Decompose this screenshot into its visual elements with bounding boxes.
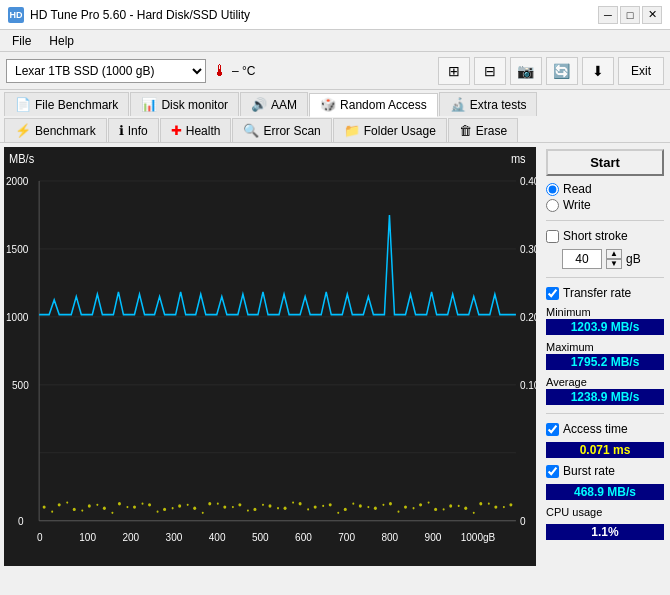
- tab-error-scan[interactable]: 🔍 Error Scan: [232, 118, 331, 142]
- average-label: Average: [546, 376, 664, 388]
- menubar: File Help: [0, 30, 670, 52]
- svg-point-54: [374, 507, 377, 510]
- svg-point-46: [253, 508, 256, 511]
- transfer-rate-checkbox-label[interactable]: Transfer rate: [546, 286, 664, 300]
- nav-tabs-row2: ⚡ Benchmark ℹ Info ✚ Health 🔍 Error Scan…: [0, 116, 670, 143]
- svg-point-94: [503, 506, 505, 508]
- tab-extra-tests[interactable]: 🔬 Extra tests: [439, 92, 538, 116]
- read-radio[interactable]: [546, 183, 559, 196]
- svg-text:MB/s: MB/s: [9, 151, 34, 165]
- short-stroke-spinner: ▲ ▼: [606, 249, 622, 269]
- tab-random-access[interactable]: 🎲 Random Access: [309, 93, 438, 117]
- tab-aam[interactable]: 🔊 AAM: [240, 92, 308, 116]
- app-icon: HD: [8, 7, 24, 23]
- tab-benchmark[interactable]: ⚡ Benchmark: [4, 118, 107, 142]
- close-button[interactable]: ✕: [642, 6, 662, 24]
- access-time-checkbox[interactable]: [546, 423, 559, 436]
- svg-point-90: [443, 508, 445, 510]
- transfer-rate-checkbox[interactable]: [546, 287, 559, 300]
- average-value: 1238.9 MB/s: [546, 389, 664, 405]
- svg-point-71: [157, 511, 159, 513]
- svg-text:0.10: 0.10: [520, 379, 536, 392]
- health-icon: ✚: [171, 123, 182, 138]
- separator-3: [546, 413, 664, 414]
- write-radio-label[interactable]: Write: [546, 198, 664, 212]
- svg-point-80: [292, 501, 294, 503]
- error-scan-icon: 🔍: [243, 123, 259, 138]
- app-title: HD Tune Pro 5.60 - Hard Disk/SSD Utility: [30, 8, 250, 22]
- svg-point-65: [66, 501, 68, 503]
- svg-point-79: [277, 507, 279, 509]
- menu-file[interactable]: File: [4, 32, 39, 50]
- cpu-usage-value: 1.1%: [546, 524, 664, 540]
- tab-file-benchmark-label: File Benchmark: [35, 98, 118, 112]
- svg-text:0.20: 0.20: [520, 311, 536, 324]
- maximize-button[interactable]: □: [620, 6, 640, 24]
- short-stroke-checkbox[interactable]: [546, 230, 559, 243]
- write-radio[interactable]: [546, 199, 559, 212]
- tab-info-label: Info: [128, 124, 148, 138]
- svg-text:600: 600: [295, 531, 312, 544]
- svg-point-63: [509, 503, 512, 506]
- svg-point-55: [389, 502, 392, 505]
- extra-tests-icon: 🔬: [450, 97, 466, 112]
- burst-rate-checkbox[interactable]: [546, 465, 559, 478]
- toolbar-btn-3[interactable]: 📷: [510, 57, 542, 85]
- access-time-label: Access time: [563, 422, 628, 436]
- titlebar-left: HD HD Tune Pro 5.60 - Hard Disk/SSD Util…: [8, 7, 250, 23]
- svg-point-61: [479, 502, 482, 505]
- read-write-group: Read Write: [546, 182, 664, 212]
- svg-point-89: [428, 501, 430, 503]
- burst-rate-label: Burst rate: [563, 464, 615, 478]
- menu-help[interactable]: Help: [41, 32, 82, 50]
- short-stroke-label: Short stroke: [563, 229, 628, 243]
- spin-down-button[interactable]: ▼: [606, 259, 622, 269]
- toolbar-btn-1[interactable]: ⊞: [438, 57, 470, 85]
- svg-point-40: [163, 508, 166, 511]
- minimize-button[interactable]: ─: [598, 6, 618, 24]
- svg-text:0.40: 0.40: [520, 175, 536, 188]
- tab-folder-usage-label: Folder Usage: [364, 124, 436, 138]
- tab-disk-monitor[interactable]: 📊 Disk monitor: [130, 92, 239, 116]
- short-stroke-input[interactable]: [562, 249, 602, 269]
- start-button[interactable]: Start: [546, 149, 664, 176]
- short-stroke-checkbox-label[interactable]: Short stroke: [546, 229, 664, 243]
- toolbar-btn-5[interactable]: ⬇: [582, 57, 614, 85]
- svg-text:500: 500: [12, 379, 29, 392]
- tab-file-benchmark[interactable]: 📄 File Benchmark: [4, 92, 129, 116]
- toolbar-btn-2[interactable]: ⊟: [474, 57, 506, 85]
- svg-point-86: [382, 504, 384, 506]
- random-access-icon: 🎲: [320, 97, 336, 112]
- svg-text:900: 900: [425, 531, 442, 544]
- burst-rate-checkbox-label[interactable]: Burst rate: [546, 464, 664, 478]
- tab-erase[interactable]: 🗑 Erase: [448, 118, 518, 142]
- write-label: Write: [563, 198, 591, 212]
- svg-text:1000gB: 1000gB: [461, 531, 496, 544]
- drive-select[interactable]: Lexar 1TB SSD (1000 gB): [6, 59, 206, 83]
- tab-info[interactable]: ℹ Info: [108, 118, 159, 142]
- benchmark-icon: ⚡: [15, 123, 31, 138]
- access-time-value: 0.071 ms: [546, 442, 664, 458]
- nav-tabs-row1: 📄 File Benchmark 📊 Disk monitor 🔊 AAM 🎲 …: [0, 90, 670, 117]
- svg-point-36: [103, 507, 106, 510]
- svg-point-50: [314, 505, 317, 508]
- svg-point-47: [268, 504, 271, 507]
- exit-button[interactable]: Exit: [618, 57, 664, 85]
- svg-point-44: [223, 505, 226, 508]
- access-time-checkbox-label[interactable]: Access time: [546, 422, 664, 436]
- read-radio-label[interactable]: Read: [546, 182, 664, 196]
- separator-2: [546, 277, 664, 278]
- svg-point-64: [51, 511, 53, 513]
- average-block: Average 1238.9 MB/s: [546, 376, 664, 405]
- tab-health[interactable]: ✚ Health: [160, 118, 232, 142]
- maximum-value: 1795.2 MB/s: [546, 354, 664, 370]
- maximum-block: Maximum 1795.2 MB/s: [546, 341, 664, 370]
- spin-up-button[interactable]: ▲: [606, 249, 622, 259]
- toolbar-btn-4[interactable]: 🔄: [546, 57, 578, 85]
- tab-folder-usage[interactable]: 📁 Folder Usage: [333, 118, 447, 142]
- svg-point-82: [322, 505, 324, 507]
- svg-point-53: [359, 504, 362, 507]
- svg-point-88: [413, 507, 415, 509]
- svg-point-85: [367, 506, 369, 508]
- svg-text:1500: 1500: [6, 243, 28, 256]
